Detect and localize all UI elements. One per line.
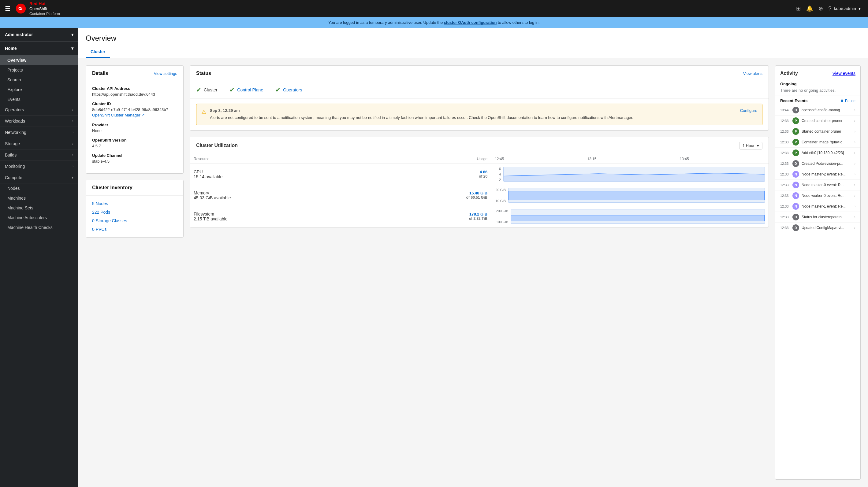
operators-link[interactable]: Operators bbox=[283, 88, 302, 92]
time-select[interactable]: 1 Hour ▾ bbox=[739, 142, 763, 150]
page-header: Overview Cluster bbox=[78, 28, 868, 58]
operators-ok-icon: ✔ bbox=[275, 86, 281, 94]
event-item[interactable]: 12:33 P Started container pruner › bbox=[775, 126, 860, 137]
status-cluster: ✔ Cluster bbox=[196, 86, 217, 94]
oauth-config-link[interactable]: cluster OAuth configuration bbox=[444, 20, 497, 25]
event-chevron-icon: › bbox=[854, 194, 856, 198]
brand: Red Hat OpenShift Container Platform bbox=[15, 1, 60, 17]
brand-text: Red Hat OpenShift Container Platform bbox=[29, 1, 60, 17]
cluster-label: Cluster bbox=[204, 88, 217, 92]
workloads-chevron-icon: › bbox=[72, 119, 73, 123]
builds-chevron-icon: › bbox=[72, 153, 73, 157]
sidebar-nav-operators[interactable]: Operators › bbox=[0, 104, 78, 116]
warning-icon: ⚠ bbox=[201, 108, 206, 115]
event-chevron-icon: › bbox=[854, 119, 856, 123]
view-events-link[interactable]: View events bbox=[833, 71, 856, 76]
right-column: Activity View events Ongoing There are n… bbox=[775, 65, 861, 480]
top-nav: ☰ Red Hat OpenShift Container Platform ⊞… bbox=[0, 0, 868, 17]
event-item[interactable]: 12:33 D Status for clusteroperato... › bbox=[775, 212, 860, 223]
event-time: 12:33 bbox=[780, 151, 790, 155]
event-time: 12:33 bbox=[780, 226, 790, 230]
event-badge: P bbox=[793, 150, 799, 156]
configure-link[interactable]: Configure bbox=[740, 108, 757, 113]
event-badge: D bbox=[793, 107, 799, 113]
event-chevron-icon: › bbox=[854, 215, 856, 219]
event-item[interactable]: 13:44 D openshift-config-manag... › bbox=[775, 105, 860, 116]
control-plane-link[interactable]: Control Plane bbox=[237, 88, 263, 92]
pause-button[interactable]: ⏸ Pause bbox=[840, 99, 856, 103]
event-chevron-icon: › bbox=[854, 161, 856, 166]
event-item[interactable]: 12:33 P Created container pruner › bbox=[775, 116, 860, 126]
networking-chevron-icon: › bbox=[72, 130, 73, 134]
event-chevron-icon: › bbox=[854, 172, 856, 176]
user-menu[interactable]: kube:admin ▾ bbox=[832, 6, 863, 11]
view-settings-link[interactable]: View settings bbox=[154, 71, 177, 76]
utilization-title: Cluster Utilization bbox=[196, 143, 238, 148]
cpu-chart-cell: 642 bbox=[491, 164, 769, 185]
redhat-logo bbox=[15, 3, 26, 14]
hamburger-button[interactable]: ☰ bbox=[5, 5, 10, 12]
left-column: Details View settings Cluster API Addres… bbox=[86, 65, 184, 480]
details-title: Details bbox=[92, 71, 108, 76]
pods-link[interactable]: 222 Pods bbox=[92, 210, 110, 215]
alert-banner: You are logged in as a temporary adminis… bbox=[0, 17, 868, 28]
sidebar-nav-storage[interactable]: Storage › bbox=[0, 138, 78, 150]
event-item[interactable]: 12:33 P Container image "quay.io... › bbox=[775, 137, 860, 148]
sidebar-item-machine-sets[interactable]: Machine Sets bbox=[0, 203, 78, 213]
time-chevron-icon: ▾ bbox=[757, 143, 759, 148]
event-time: 12:33 bbox=[780, 194, 790, 197]
inventory-storage-classes: 0 Storage Classes bbox=[92, 217, 177, 225]
event-chevron-icon: › bbox=[854, 183, 856, 187]
help-icon[interactable]: ? bbox=[829, 5, 832, 12]
event-time: 12:33 bbox=[780, 162, 790, 165]
utilization-header: Cluster Utilization 1 Hour ▾ bbox=[190, 137, 769, 154]
event-text: Container image "quay.io... bbox=[802, 140, 852, 144]
sidebar-nav-networking[interactable]: Networking › bbox=[0, 127, 78, 138]
inventory-pvcs: 0 PVCs bbox=[92, 225, 177, 233]
sidebar-item-projects[interactable]: Projects bbox=[0, 65, 78, 75]
event-item[interactable]: 12:33 N Node master-1 event: Re... › bbox=[775, 201, 860, 212]
inventory-nodes: 5 Nodes bbox=[92, 199, 177, 208]
plus-icon[interactable]: ⊕ bbox=[818, 5, 823, 12]
event-item[interactable]: 12:33 N Node worker-0 event: Re... › bbox=[775, 191, 860, 201]
activity-card: Activity View events Ongoing There are n… bbox=[775, 65, 861, 480]
grid-icon[interactable]: ⊞ bbox=[796, 5, 801, 12]
bell-icon[interactable]: 🔔 bbox=[806, 5, 813, 12]
event-item[interactable]: 12:33 D Created Pod/revision-pr... › bbox=[775, 158, 860, 169]
details-card-header: Details View settings bbox=[86, 66, 183, 81]
sidebar-item-search[interactable]: Search bbox=[0, 75, 78, 85]
view-alerts-link[interactable]: View alerts bbox=[743, 71, 763, 76]
event-badge: P bbox=[793, 139, 799, 145]
event-item[interactable]: 12:33 N Node master-2 event: Re... › bbox=[775, 169, 860, 180]
event-item[interactable]: 12:33 P Add eth0 [10.130.0.42/23] › bbox=[775, 148, 860, 158]
sidebar-item-explore[interactable]: Explore bbox=[0, 85, 78, 94]
util-row-cpu: CPU 15.14 available 4.86 of 20 bbox=[190, 164, 769, 185]
home-section-header[interactable]: Home ▾ bbox=[0, 41, 78, 55]
sidebar-nav-workloads[interactable]: Workloads › bbox=[0, 116, 78, 127]
event-chevron-icon: › bbox=[854, 226, 856, 230]
pvcs-link[interactable]: 0 PVCs bbox=[92, 227, 106, 232]
event-text: Node worker-0 event: Re... bbox=[802, 194, 852, 198]
event-item[interactable]: 12:33 N Node master-0 event: R... › bbox=[775, 180, 860, 191]
detail-cluster-id: Cluster ID 8db8d422-e7b9-4714-b428-96a8a… bbox=[92, 101, 177, 118]
status-control-plane: ✔ Control Plane bbox=[229, 86, 263, 94]
sidebar-item-machine-health-checks[interactable]: Machine Health Checks bbox=[0, 223, 78, 232]
sidebar-item-nodes[interactable]: Nodes bbox=[0, 184, 78, 193]
tab-cluster[interactable]: Cluster bbox=[86, 46, 110, 58]
sidebar-nav-compute[interactable]: Compute ▾ bbox=[0, 172, 78, 184]
openshift-cluster-manager-link[interactable]: OpenShift Cluster Manager ↗ bbox=[92, 113, 145, 118]
event-badge: P bbox=[793, 128, 799, 135]
event-chevron-icon: › bbox=[854, 140, 856, 144]
admin-section-header[interactable]: Administrator ▾ bbox=[0, 28, 78, 41]
nodes-link[interactable]: 5 Nodes bbox=[92, 201, 108, 206]
sidebar-item-events[interactable]: Events bbox=[0, 94, 78, 104]
sidebar-nav-builds[interactable]: Builds › bbox=[0, 150, 78, 161]
sidebar-item-machines[interactable]: Machines bbox=[0, 193, 78, 203]
admin-chevron-icon: ▾ bbox=[71, 32, 73, 37]
storage-classes-link[interactable]: 0 Storage Classes bbox=[92, 218, 127, 223]
sidebar-item-overview[interactable]: Overview bbox=[0, 55, 78, 65]
event-item[interactable]: 12:33 D Updated ConfigMap/revi... › bbox=[775, 223, 860, 233]
sidebar-item-machine-autoscalers[interactable]: Machine Autoscalers bbox=[0, 213, 78, 223]
event-time: 12:33 bbox=[780, 204, 790, 208]
sidebar-nav-monitoring[interactable]: Monitoring › bbox=[0, 161, 78, 172]
